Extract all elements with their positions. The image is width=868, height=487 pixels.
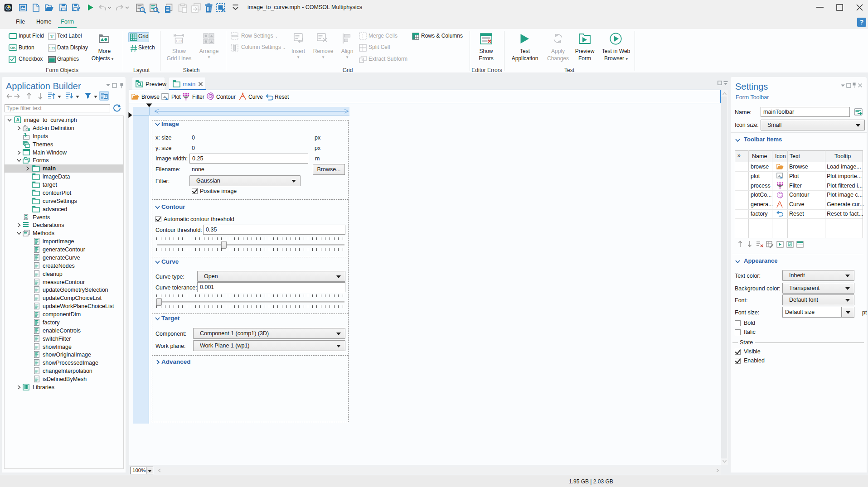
svg-text:1.23: 1.23 xyxy=(175,39,182,43)
svg-text:OK: OK xyxy=(10,46,16,50)
svg-text:T: T xyxy=(50,34,54,39)
svg-text:A: A xyxy=(16,117,19,122)
svg-text:1.23: 1.23 xyxy=(49,47,55,50)
